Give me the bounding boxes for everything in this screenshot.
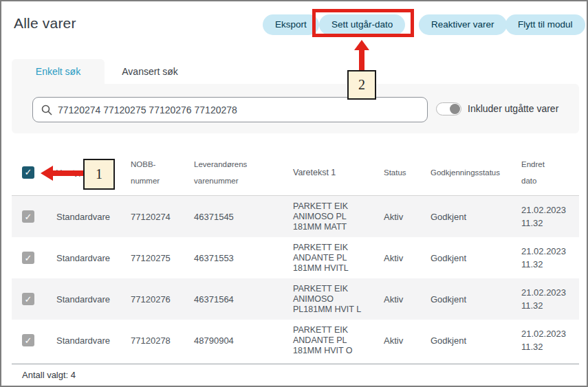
endret-tid: 11.32 (521, 340, 579, 353)
column-header-label: Varetekst 1 (293, 168, 336, 177)
cell-nobb-nummer: 77120275 (131, 253, 194, 263)
column-header-label: dato (521, 173, 579, 189)
cell-nobb-nummer: 77120276 (131, 294, 194, 305)
annotation-arrow-1 (52, 170, 84, 176)
column-header-endret-dato[interactable]: Endret dato (521, 156, 579, 189)
cell-endret-dato: 21.02.2023 11.32 (521, 203, 579, 230)
cell-godkjenningsstatus: Godkjent (431, 253, 521, 263)
cell-endret-dato: 21.02.2023 11.32 (521, 286, 579, 312)
cell-varetekst: PARKETT EIK ANIMOSO PL 181MM MATT (293, 201, 384, 232)
cell-varetype: Standardvare (56, 253, 131, 263)
row-checkbox[interactable]: ✓ (22, 334, 34, 346)
cell-nobb-nummer: 77120278 (131, 335, 194, 346)
search-box[interactable] (32, 97, 428, 122)
toggle-knob (450, 104, 460, 114)
table-row[interactable]: ✓ Standardvare 77120278 48790904 PARKETT… (12, 320, 579, 361)
reactivate-items-button[interactable]: Reaktiver varer (419, 14, 507, 35)
selection-count: Antall valgt: 4 (12, 364, 579, 380)
cell-status: Aktiv (384, 335, 431, 346)
cell-endret-dato: 21.02.2023 11.32 (521, 245, 579, 271)
move-to-module-button[interactable]: Flytt til modul (505, 14, 585, 35)
cell-leverandorens-varenummer: 46371564 (194, 294, 293, 305)
table-row[interactable]: ✓ Standardvare 77120276 46371564 PARKETT… (12, 278, 579, 320)
table-row[interactable]: ✓ Standardvare 77120274 46371545 PARKETT… (12, 196, 579, 237)
endret-dato: 21.02.2023 (521, 286, 579, 299)
cell-leverandorens-varenummer: 48790904 (194, 335, 293, 346)
row-checkbox[interactable]: ✓ (22, 252, 34, 264)
endret-dato: 21.02.2023 (521, 245, 579, 258)
column-header-label: Leverandørens (194, 156, 293, 173)
cell-godkjenningsstatus: Godkjent (431, 212, 521, 222)
cell-varetekst: PARKETT EIK ANIMOSO PL181MM HVIT L (293, 284, 384, 315)
search-icon (41, 104, 52, 115)
cell-status: Aktiv (384, 294, 431, 305)
annotation-step-2: 2 (347, 70, 376, 100)
include-expired-label: Inkluder utgåtte varer (468, 103, 558, 114)
annotation-step-1: 1 (83, 159, 115, 190)
endret-dato: 21.02.2023 (521, 203, 579, 217)
toolbar: Eksport Sett utgår-dato Reaktiver varer … (1, 14, 588, 35)
app-window: Alle varer Eksport Sett utgår-dato Reakt… (0, 0, 588, 387)
column-header-label: Status (384, 168, 406, 177)
cell-status: Aktiv (384, 253, 431, 263)
column-header-nobb-nummer[interactable]: NOBB- nummer (131, 156, 194, 189)
row-checkbox[interactable]: ✓ (22, 210, 34, 223)
table-row[interactable]: ✓ Standardvare 77120275 46371553 PARKETT… (12, 237, 579, 278)
search-panel: Inkluder utgåtte varer (12, 84, 579, 133)
cell-godkjenningsstatus: Godkjent (431, 335, 521, 346)
select-all-checkbox[interactable]: ✓ (22, 166, 34, 179)
column-header-leverandorens-varenummer[interactable]: Leverandørens varenummer (194, 156, 293, 189)
endret-tid: 11.32 (521, 217, 579, 230)
tab-advanced-search[interactable]: Avansert søk (105, 59, 195, 84)
column-header-varetekst[interactable]: Varetekst 1 (293, 164, 384, 181)
cell-leverandorens-varenummer: 46371545 (194, 212, 293, 222)
tab-simple-search[interactable]: Enkelt søk (12, 59, 105, 84)
cell-varetype: Standardvare (56, 294, 131, 305)
endret-tid: 11.32 (521, 258, 579, 271)
include-expired-toggle[interactable] (436, 102, 461, 115)
cell-leverandorens-varenummer: 46371553 (194, 253, 293, 263)
annotation-arrow-2 (359, 49, 364, 71)
annotation-arrow-1-head (41, 166, 53, 181)
row-checkbox[interactable]: ✓ (22, 293, 34, 305)
cell-status: Aktiv (384, 212, 431, 222)
column-header-label: Endret (521, 156, 579, 173)
endret-tid: 11.32 (521, 299, 579, 312)
cell-endret-dato: 21.02.2023 11.32 (521, 327, 579, 353)
search-input[interactable] (58, 104, 415, 115)
cell-varetekst: PARKETT EIK ANDANTE PL 181MM HVITL (293, 243, 384, 274)
column-header-label: nummer (131, 173, 194, 189)
column-header-status[interactable]: Status (384, 164, 431, 181)
column-header-godkjenningsstatus[interactable]: Godkjenningsstatus (431, 164, 521, 181)
cell-varetype: Standardvare (56, 212, 131, 222)
column-header-label: varenummer (194, 173, 293, 189)
endret-dato: 21.02.2023 (521, 327, 579, 340)
column-header-label: NOBB- (131, 156, 194, 173)
cell-nobb-nummer: 77120274 (131, 212, 194, 222)
set-expiry-date-button[interactable]: Sett utgår-dato (319, 14, 405, 35)
cell-godkjenningsstatus: Godkjent (431, 294, 521, 305)
export-button[interactable]: Eksport (263, 14, 319, 35)
cell-varetype: Standardvare (56, 335, 131, 346)
column-header-label: Godkjenningsstatus (431, 168, 500, 177)
cell-varetekst: PARKETT EIK ANDANTE PL 181MM HVIT O (293, 325, 384, 356)
annotation-arrow-2-head (354, 40, 369, 50)
